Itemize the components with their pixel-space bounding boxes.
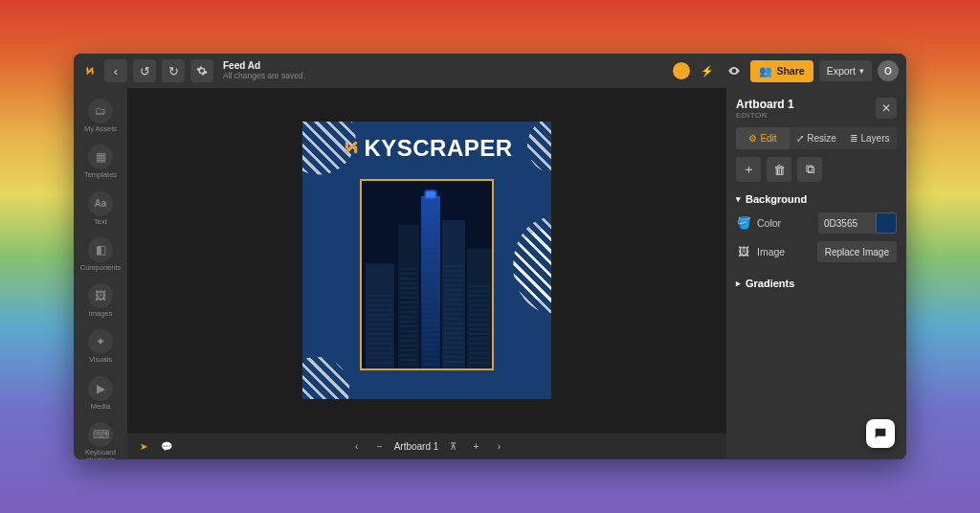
- document-title-block: Feed Ad All changes are saved.: [223, 60, 305, 80]
- visuals-icon: ✦: [88, 329, 113, 354]
- prop-color-label: Color: [757, 217, 781, 229]
- tab-resize-label: Resize: [807, 133, 836, 144]
- app-window: ‹ ↺ ↻ Feed Ad All changes are saved. ⚡ 👥…: [74, 54, 906, 459]
- tab-edit-label: Edit: [760, 133, 776, 144]
- sidebar-label: My Assets: [84, 125, 117, 133]
- headline-text: KYSCRAPER: [364, 135, 512, 162]
- duplicate-button[interactable]: ⧉: [797, 157, 822, 182]
- cursor-tool-icon[interactable]: ➤: [135, 438, 152, 456]
- templates-icon: ▦: [88, 145, 113, 169]
- artboard[interactable]: KYSCRAPER: [302, 122, 551, 399]
- share-button[interactable]: 👥 Share: [750, 60, 813, 82]
- prop-image-row: 🖼 Image Replace Image: [736, 241, 897, 262]
- canvas-bottom-bar: ➤ 💬 ‹ − Artboard 1 ⊼ + ›: [127, 433, 726, 459]
- panel-tabs: ⚙ Edit ⤢ Resize ≣ Layers: [736, 127, 897, 149]
- artboard-headline: KYSCRAPER: [302, 135, 551, 162]
- section-gradients-title: Gradients: [746, 278, 794, 289]
- gear-icon: ⚙: [748, 133, 757, 144]
- artboard-name-label[interactable]: Artboard 1: [394, 441, 439, 452]
- paint-bucket-icon: 🪣: [736, 216, 751, 230]
- s-logo-icon: [341, 137, 362, 158]
- settings-button[interactable]: [190, 59, 213, 82]
- layers-icon: ≣: [850, 133, 858, 144]
- sidebar-label: Components: [80, 264, 122, 272]
- sidebar-item-media[interactable]: ▶ Media: [74, 371, 127, 415]
- left-sidebar: 🗂 My Assets ▦ Templates Aa Text ◧ Compon…: [74, 88, 127, 459]
- notification-icon[interactable]: [672, 61, 691, 80]
- app-logo-icon: [81, 62, 99, 79]
- image-icon: 🖼: [88, 283, 113, 308]
- chevron-down-icon: ▾: [859, 66, 864, 76]
- section-background-title: Background: [746, 193, 807, 205]
- sidebar-label: Keyboard shortcuts: [74, 449, 127, 459]
- canvas-viewport[interactable]: KYSCRAPER: [127, 88, 726, 433]
- delete-button[interactable]: 🗑: [767, 157, 791, 182]
- resize-icon: ⤢: [796, 133, 804, 144]
- panel-header: Artboard 1 EDITOR ✕: [736, 98, 897, 120]
- sidebar-item-text[interactable]: Aa Text: [74, 187, 127, 231]
- replace-image-button[interactable]: Replace Image: [817, 241, 897, 262]
- sidebar-item-components[interactable]: ◧ Components: [74, 233, 127, 277]
- photo-frame: [360, 179, 494, 370]
- tab-layers-label: Layers: [860, 133, 889, 144]
- tab-resize[interactable]: ⤢ Resize: [790, 127, 843, 149]
- help-chat-button[interactable]: [866, 419, 895, 448]
- image-icon: 🖼: [736, 245, 751, 258]
- prop-image-label: Image: [757, 246, 785, 257]
- app-body: 🗂 My Assets ▦ Templates Aa Text ◧ Compon…: [74, 88, 906, 459]
- sidebar-item-my-assets[interactable]: 🗂 My Assets: [74, 94, 127, 138]
- sidebar-label: Images: [89, 310, 113, 318]
- media-icon: ▶: [88, 376, 113, 401]
- close-panel-button[interactable]: ✕: [876, 98, 897, 119]
- sidebar-label: Text: [94, 218, 107, 226]
- comment-tool-icon[interactable]: 💬: [158, 438, 175, 456]
- panel-title: Artboard 1: [736, 98, 794, 111]
- zoom-in-button[interactable]: +: [467, 438, 484, 456]
- sidebar-item-keyboard[interactable]: ⌨ Keyboard shortcuts: [74, 417, 127, 459]
- section-background[interactable]: ▾ Background: [736, 193, 897, 205]
- sidebar-item-templates[interactable]: ▦ Templates: [74, 140, 127, 184]
- components-icon: ◧: [88, 237, 113, 262]
- export-label: Export: [827, 65, 856, 77]
- bolt-icon[interactable]: ⚡: [697, 60, 718, 81]
- section-gradients[interactable]: ▸ Gradients: [736, 278, 897, 289]
- keyboard-icon: ⌨: [88, 422, 113, 447]
- user-plus-icon: 👥: [759, 65, 772, 78]
- zoom-fit-button[interactable]: ⊼: [444, 438, 461, 456]
- redo-button[interactable]: ↻: [162, 59, 185, 82]
- artboard-tools: ＋ 🗑 ⧉: [736, 157, 897, 182]
- undo-button[interactable]: ↺: [133, 59, 156, 82]
- sidebar-label: Visuals: [89, 356, 112, 364]
- text-icon: Aa: [88, 191, 113, 216]
- chevron-down-icon: ▾: [736, 194, 741, 204]
- chevron-right-icon: ▸: [736, 279, 741, 288]
- panel-subtitle: EDITOR: [736, 111, 794, 120]
- decoration-stripes: [513, 217, 551, 313]
- user-avatar[interactable]: O: [878, 60, 899, 81]
- color-hex-input[interactable]: [818, 212, 876, 234]
- prev-artboard-button[interactable]: ‹: [348, 438, 366, 456]
- properties-panel: Artboard 1 EDITOR ✕ ⚙ Edit ⤢ Resize ≣ La…: [726, 88, 906, 459]
- folder-icon: 🗂: [88, 99, 113, 123]
- share-label: Share: [776, 65, 804, 77]
- preview-icon[interactable]: [724, 60, 745, 81]
- canvas-area: KYSCRAPER ➤ 💬: [127, 88, 726, 459]
- color-swatch[interactable]: [876, 212, 897, 234]
- export-button[interactable]: Export ▾: [819, 60, 872, 81]
- prop-color-row: 🪣 Color: [736, 212, 897, 234]
- city-illustration: [362, 181, 492, 368]
- add-button[interactable]: ＋: [736, 157, 761, 182]
- sidebar-label: Templates: [84, 171, 117, 179]
- zoom-out-button[interactable]: −: [371, 438, 389, 456]
- sidebar-label: Media: [91, 403, 110, 411]
- save-status: All changes are saved.: [223, 72, 305, 81]
- decoration-stripes: [302, 351, 355, 399]
- sidebar-item-images[interactable]: 🖼 Images: [74, 279, 127, 323]
- sidebar-item-visuals[interactable]: ✦ Visuals: [74, 324, 127, 368]
- replace-image-label: Replace Image: [825, 247, 889, 257]
- tab-layers[interactable]: ≣ Layers: [843, 127, 897, 149]
- next-artboard-button[interactable]: ›: [490, 438, 507, 456]
- top-bar: ‹ ↺ ↻ Feed Ad All changes are saved. ⚡ 👥…: [74, 54, 906, 88]
- back-button[interactable]: ‹: [104, 59, 127, 82]
- tab-edit[interactable]: ⚙ Edit: [736, 127, 790, 149]
